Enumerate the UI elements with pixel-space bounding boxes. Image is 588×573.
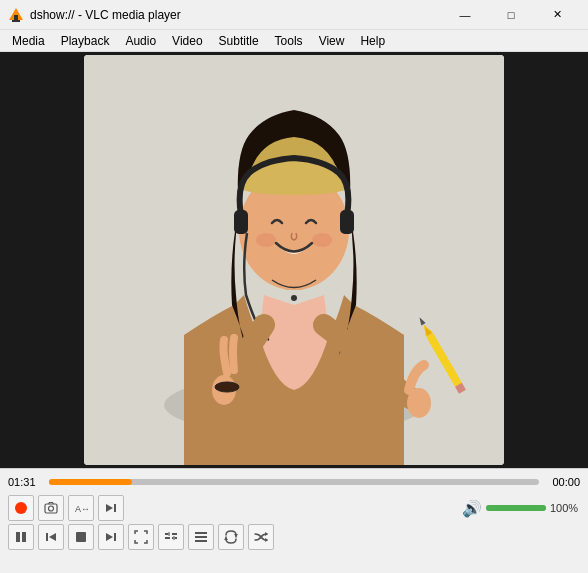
play-pause-button[interactable] [8, 524, 34, 550]
volume-icon[interactable]: 🔊 [462, 499, 482, 518]
volume-bar-fill [486, 505, 546, 511]
window-controls: — □ ✕ [442, 0, 580, 30]
next-icon [104, 530, 118, 544]
svg-rect-39 [195, 532, 207, 534]
time-current: 01:31 [8, 476, 43, 488]
stop-icon [74, 530, 88, 544]
record-button[interactable] [8, 495, 34, 521]
menu-item-help[interactable]: Help [352, 32, 393, 50]
svg-rect-9 [340, 210, 354, 234]
svg-point-22 [49, 506, 54, 511]
time-row: 01:31 00:00 [8, 473, 580, 491]
svg-point-10 [256, 233, 276, 247]
fullscreen-icon [134, 530, 148, 544]
previous-button[interactable] [38, 524, 64, 550]
svg-rect-1 [14, 15, 18, 20]
snapshot-button[interactable] [38, 495, 64, 521]
svg-rect-41 [195, 540, 207, 542]
svg-point-11 [312, 233, 332, 247]
svg-rect-26 [16, 532, 20, 542]
loop-icon [224, 530, 238, 544]
menu-item-playback[interactable]: Playback [53, 32, 118, 50]
svg-rect-37 [168, 532, 170, 536]
extended-settings-button[interactable] [158, 524, 184, 550]
loop-button[interactable] [218, 524, 244, 550]
controls-area: 01:31 00:00 A↔B [0, 468, 588, 573]
volume-label: 100% [550, 502, 580, 514]
svg-point-20 [291, 295, 297, 301]
playlist-icon [194, 530, 208, 544]
maximize-button[interactable]: □ [488, 0, 534, 30]
video-content [0, 52, 588, 468]
svg-rect-21 [45, 504, 57, 513]
svg-rect-35 [165, 537, 170, 539]
fullscreen-button[interactable] [128, 524, 154, 550]
video-area [0, 52, 588, 468]
video-frame [84, 55, 504, 465]
controls-row-2 [8, 524, 580, 550]
shuffle-button[interactable] [248, 524, 274, 550]
loop-ab-icon: A↔B [74, 501, 88, 515]
svg-text:A↔B: A↔B [75, 504, 88, 514]
seek-bar-fill [49, 479, 132, 485]
menu-item-view[interactable]: View [311, 32, 353, 50]
next-button[interactable] [98, 524, 124, 550]
svg-point-7 [239, 179, 349, 195]
svg-marker-44 [265, 532, 268, 536]
shuffle-icon [254, 530, 268, 544]
svg-rect-32 [114, 533, 116, 541]
volume-bar[interactable] [486, 505, 546, 511]
record-dot [15, 502, 27, 514]
menu-item-audio[interactable]: Audio [117, 32, 164, 50]
playlist-button[interactable] [188, 524, 214, 550]
svg-marker-31 [106, 533, 113, 541]
snapshot-icon [44, 501, 58, 515]
svg-rect-27 [22, 532, 26, 542]
menu-item-video[interactable]: Video [164, 32, 210, 50]
svg-rect-2 [12, 20, 20, 22]
svg-point-19 [215, 382, 239, 392]
frame-next-icon [104, 501, 118, 515]
svg-marker-42 [234, 534, 238, 537]
extended-icon [164, 530, 178, 544]
menu-item-tools[interactable]: Tools [267, 32, 311, 50]
time-total: 00:00 [545, 476, 580, 488]
app-icon [8, 7, 24, 23]
controls-row-1: A↔B 🔊 100% [8, 495, 580, 521]
svg-rect-40 [195, 536, 207, 538]
seek-bar[interactable] [49, 479, 539, 485]
menu-bar: MediaPlaybackAudioVideoSubtitleToolsView… [0, 30, 588, 52]
svg-rect-28 [46, 533, 48, 541]
frame-next-button[interactable] [98, 495, 124, 521]
svg-rect-25 [114, 504, 116, 512]
svg-rect-34 [172, 533, 177, 535]
svg-marker-24 [106, 504, 113, 512]
title-bar: dshow:// - VLC media player — □ ✕ [0, 0, 588, 30]
menu-item-subtitle[interactable]: Subtitle [211, 32, 267, 50]
minimize-button[interactable]: — [442, 0, 488, 30]
title-text: dshow:// - VLC media player [30, 8, 442, 22]
close-button[interactable]: ✕ [534, 0, 580, 30]
svg-marker-29 [49, 533, 56, 541]
stop-button[interactable] [68, 524, 94, 550]
svg-rect-30 [76, 532, 86, 542]
svg-marker-43 [224, 537, 228, 540]
video-person [84, 55, 504, 465]
svg-rect-8 [234, 210, 248, 234]
svg-rect-38 [173, 536, 175, 540]
loop-ab-button[interactable]: A↔B [68, 495, 94, 521]
previous-icon [44, 530, 58, 544]
volume-area: 🔊 100% [462, 499, 580, 518]
menu-item-media[interactable]: Media [4, 32, 53, 50]
pause-icon [14, 530, 28, 544]
svg-marker-45 [265, 538, 268, 542]
